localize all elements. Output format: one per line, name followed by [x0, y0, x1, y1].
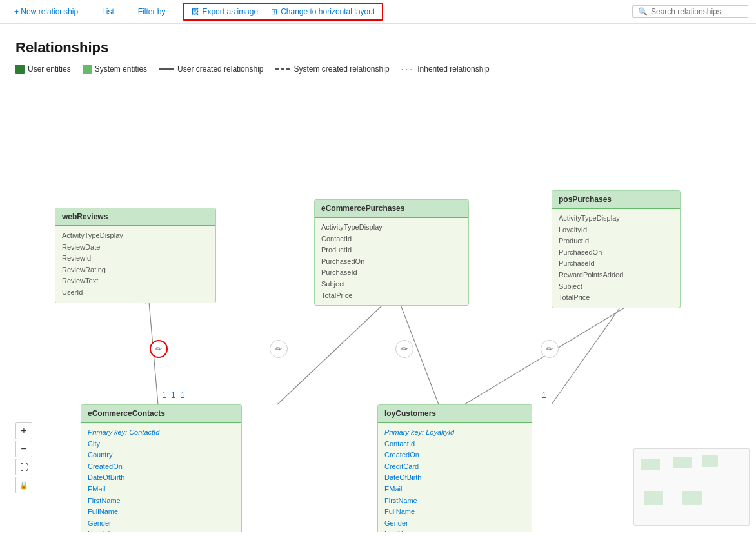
entity-body-loycustomers: Primary key: LoyaltyId ContactId Created…	[378, 423, 532, 532]
field-lc-createdon: CreatedOn	[384, 450, 525, 461]
divider-1	[90, 5, 90, 18]
field-ec-email: EMail	[88, 484, 235, 495]
entity-header-loycustomers: loyCustomers	[378, 405, 532, 423]
legend: User entities System entities User creat…	[0, 64, 756, 82]
svg-line-2	[552, 301, 624, 404]
field-lc-lastname: LastName	[384, 529, 525, 532]
zoom-controls: + − ⛶ 🔒	[15, 422, 32, 493]
field-lc-email: EMail	[384, 484, 525, 495]
divider-3	[177, 5, 177, 18]
page-title-area: Relationships	[0, 24, 756, 64]
entity-card-pospurchases: posPurchases ActivityTypeDisplay Loyalty…	[552, 190, 681, 308]
minimap-pospurchases	[702, 455, 718, 467]
entity-header-webreviews: webReviews	[55, 208, 215, 226]
minimap-webreview	[641, 459, 660, 470]
new-relationship-button[interactable]: + New relationship	[8, 5, 85, 19]
field-lc-primary: Primary key: LoyaltyId	[384, 427, 525, 439]
field-ec-dob: DateOfBirth	[88, 472, 235, 484]
legend-user-entities: User entities	[15, 65, 71, 74]
field-pp-totalprice: TotalPrice	[559, 292, 673, 304]
field-ec-country: Country	[88, 450, 235, 461]
filter-button[interactable]: Filter by	[132, 5, 172, 19]
edit-icon-ecommerce-loy[interactable]: ✏	[395, 340, 413, 358]
field-ec-primary: Primary key: ContactId	[88, 427, 235, 439]
system-created-line	[275, 68, 290, 70]
search-box: 🔍	[632, 5, 748, 18]
field-lc-contactid: ContactId	[384, 439, 525, 450]
field-pp-purchasedon: PurchasedOn	[559, 247, 673, 259]
user-entities-color	[15, 65, 25, 74]
entity-header-pospurchases: posPurchases	[552, 191, 680, 209]
field-reviewdate: ReviewDate	[62, 242, 209, 253]
legend-system-created: System created relationship	[275, 65, 389, 74]
field-ep-purchasedon: PurchasedOn	[321, 256, 462, 268]
page-title: Relationships	[15, 39, 741, 56]
list-button[interactable]: List	[95, 5, 121, 19]
entity-card-ecommercepurchases: eCommercePurchases ActivityTypeDisplay C…	[314, 199, 469, 306]
edit-icon-pos-loy[interactable]: ✏	[541, 340, 559, 358]
minimap-loycustomers	[682, 491, 702, 505]
search-icon: 🔍	[638, 7, 648, 16]
zoom-fit-button[interactable]: ⛶	[15, 459, 32, 475]
layout-icon: ⊞	[271, 7, 277, 16]
lock-button[interactable]: 🔒	[15, 477, 32, 493]
field-reviewtext: ReviewText	[62, 275, 209, 287]
field-ep-totalprice: TotalPrice	[321, 290, 462, 302]
layout-button[interactable]: ⊞ Change to horizontal layout	[264, 5, 381, 19]
minimap	[633, 448, 750, 526]
field-pp-activitytype: ActivityTypeDisplay	[559, 213, 673, 224]
edit-icon-ecommerce-contact[interactable]: ✏	[270, 340, 288, 358]
field-activitytype: ActivityTypeDisplay	[62, 230, 209, 242]
svg-text:1: 1	[542, 391, 546, 400]
entity-card-loycustomers: loyCustomers Primary key: LoyaltyId Cont…	[377, 404, 532, 532]
entity-card-ecommercecontacts: eCommerceContacts Primary key: ContactId…	[81, 404, 242, 532]
export-icon: 🖼	[191, 7, 199, 16]
field-pp-loyaltyid: LoyaltyId	[559, 224, 673, 236]
edit-icon-webreview-contact[interactable]: ✏	[150, 340, 168, 358]
field-lc-gender: Gender	[384, 518, 525, 530]
field-ec-fullname: FullName	[88, 506, 235, 518]
field-lc-firstname: FirstName	[384, 495, 525, 507]
field-lc-dob: DateOfBirth	[384, 472, 525, 484]
field-userid: UserId	[62, 287, 209, 299]
legend-user-created: User created relationship	[159, 65, 263, 74]
field-ep-purchaseid: PurchaseId	[321, 267, 462, 279]
field-pp-productid: ProductId	[559, 235, 673, 247]
entity-body-ecommercepurchases: ActivityTypeDisplay ContactId ProductId …	[315, 218, 468, 305]
field-reviewid: ReviewId	[62, 253, 209, 264]
entity-body-ecommercecontacts: Primary key: ContactId City Country Crea…	[81, 423, 241, 532]
field-ep-productid: ProductId	[321, 244, 462, 256]
system-entities-color	[83, 65, 92, 74]
field-ep-subject: Subject	[321, 279, 462, 290]
svg-line-1	[277, 295, 393, 404]
field-ec-createdon: CreatedOn	[88, 461, 235, 473]
zoom-in-button[interactable]: +	[15, 422, 32, 439]
field-ep-contactid: ContactId	[321, 233, 462, 245]
minimap-ecommercepurchases	[673, 457, 692, 468]
entity-card-webreviews: webReviews ActivityTypeDisplay ReviewDat…	[55, 208, 216, 303]
toolbar: + New relationship List Filter by 🖼 Expo…	[0, 0, 756, 24]
export-image-button[interactable]: 🖼 Export as image	[184, 5, 264, 19]
inherited-dots-icon: ···	[401, 64, 415, 74]
svg-text:1: 1	[181, 391, 185, 400]
zoom-out-button[interactable]: −	[15, 441, 32, 457]
search-input[interactable]	[651, 7, 742, 16]
entity-header-ecommercepurchases: eCommercePurchases	[315, 200, 468, 218]
canvas: * * * * 1 1 1 1 ✏ ✏ ✏ ✏ webReviews Activ…	[0, 82, 756, 532]
field-pp-purchaseid: PurchaseId	[559, 258, 673, 270]
field-pp-rewardpoints: RewardPointsAdded	[559, 270, 673, 281]
legend-system-entities: System entities	[83, 65, 147, 74]
field-ec-city: City	[88, 439, 235, 450]
field-lc-fullname: FullName	[384, 506, 525, 518]
minimap-ecommercecontacts	[644, 491, 663, 505]
field-ep-activitytype: ActivityTypeDisplay	[321, 222, 462, 233]
field-pp-subject: Subject	[559, 281, 673, 293]
user-created-line	[159, 68, 174, 70]
field-reviewrating: ReviewRating	[62, 264, 209, 276]
field-lc-creditcard: CreditCard	[384, 461, 525, 473]
legend-inherited: ··· Inherited relationship	[401, 64, 490, 74]
entity-body-webreviews: ActivityTypeDisplay ReviewDate ReviewId …	[55, 226, 215, 303]
divider-2	[126, 5, 126, 18]
entity-body-pospurchases: ActivityTypeDisplay LoyaltyId ProductId …	[552, 209, 680, 308]
export-layout-group: 🖼 Export as image ⊞ Change to horizontal…	[183, 3, 383, 21]
